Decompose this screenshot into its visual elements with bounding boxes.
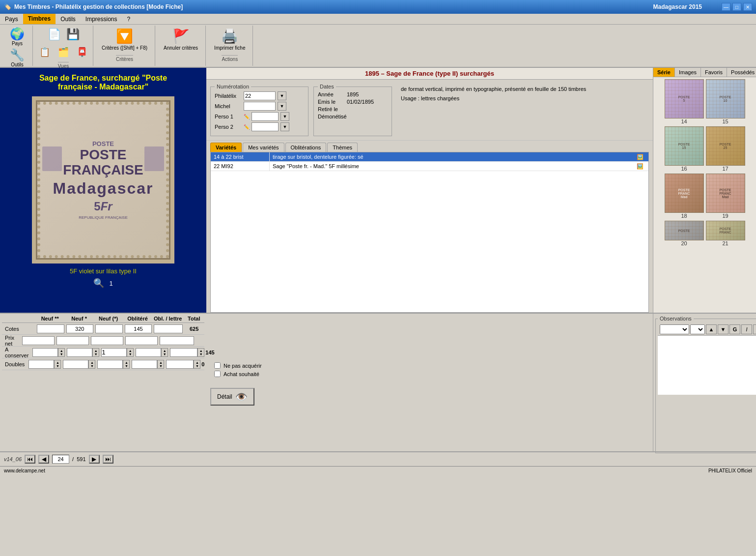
- right-tab-favoris[interactable]: Favoris: [701, 68, 727, 77]
- stamp-zoom-row: 🔍 1: [93, 278, 112, 289]
- obs-bold-btn[interactable]: G: [729, 324, 740, 334]
- annuler-button[interactable]: 🚩 Annuler critères: [160, 27, 201, 52]
- new-button[interactable]: 📄: [45, 27, 63, 42]
- menu-outils[interactable]: Outils: [56, 14, 81, 24]
- stamp-image[interactable]: POSTE POSTEFRANÇAISE Madagascar 5Fr REPU…: [32, 96, 174, 263]
- demonetise-row: Démonétisé: [318, 114, 388, 119]
- spin-aconserver-neuf2[interactable]: ▲▼: [58, 348, 65, 357]
- spin-doubles-oblitere[interactable]: ▲▼: [157, 360, 164, 369]
- maximize-button[interactable]: □: [732, 3, 741, 11]
- doubles-total: 0: [201, 361, 204, 367]
- obs-size-select[interactable]: [690, 324, 705, 334]
- menu-impressions[interactable]: Impressions: [81, 14, 122, 24]
- minimize-button[interactable]: —: [722, 3, 730, 11]
- aconserver-obl-lettre[interactable]: [170, 348, 197, 357]
- doubles-neuf0[interactable]: [97, 360, 123, 369]
- timbres-button[interactable]: 🔧 Outils: [5, 48, 29, 69]
- spin-aconserver-obl-lettre[interactable]: ▲▼: [197, 348, 204, 357]
- doubles-neuf2[interactable]: [28, 360, 54, 369]
- perso1-dropdown[interactable]: ▼: [280, 112, 289, 121]
- spin-doubles-neuf1[interactable]: ▲▼: [88, 360, 95, 369]
- achat-souhaite-checkbox[interactable]: [214, 371, 221, 377]
- dates-group: Dates Année 1895 Emis le 01/02/1895 Reti…: [313, 84, 392, 136]
- prixnet-oblitere[interactable]: [125, 336, 158, 345]
- spin-doubles-obl-lettre[interactable]: ▲▼: [194, 360, 200, 369]
- variety-row-0[interactable]: 14 à 22 brist tirage sur bristol, dentel…: [211, 152, 648, 162]
- icon5-button[interactable]: 📮: [73, 45, 91, 59]
- icon4-button[interactable]: 🗂️: [55, 45, 72, 59]
- tab-mes-varietes[interactable]: Mes variétés: [243, 143, 284, 152]
- perso2-input[interactable]: [252, 122, 279, 131]
- prixnet-neuf1[interactable]: [56, 336, 89, 345]
- right-tab-serie[interactable]: Série: [653, 68, 675, 77]
- thumb-21[interactable]: POSTEFRANC 21: [706, 221, 745, 246]
- detail-button[interactable]: Détail 👁️: [210, 388, 254, 406]
- nav-first-button[interactable]: ⏮: [25, 455, 35, 464]
- nav-last-button[interactable]: ⏭: [103, 455, 113, 464]
- obs-increase-btn[interactable]: ▲: [706, 324, 717, 334]
- nav-prev-button[interactable]: ◀: [38, 455, 49, 464]
- doubles-oblitere[interactable]: [132, 360, 157, 369]
- spin-aconserver-neuf1[interactable]: ▲▼: [92, 348, 99, 357]
- print-button[interactable]: 🖨️ Imprimer fiche: [211, 27, 249, 52]
- tab-themes[interactable]: Thèmes: [327, 143, 358, 152]
- doubles-obl-lettre[interactable]: [166, 360, 194, 369]
- spin-doubles-neuf2[interactable]: ▲▼: [54, 360, 61, 369]
- perso1-input[interactable]: [252, 112, 279, 121]
- philatelix-dropdown[interactable]: ▼: [278, 91, 286, 100]
- icon3-button[interactable]: 📋: [36, 45, 54, 59]
- thumb-num-17: 17: [722, 166, 728, 172]
- thumb-18[interactable]: POSTEFRANCMad 18: [665, 174, 704, 219]
- obs-underline-btn[interactable]: S: [753, 324, 756, 334]
- obs-font-select[interactable]: [660, 324, 689, 334]
- obs-italic-btn[interactable]: I: [741, 324, 752, 334]
- thumb-16[interactable]: POSTE15 16: [665, 126, 704, 172]
- tab-obliterations[interactable]: Oblitérations: [285, 143, 327, 152]
- aconserver-neuf0[interactable]: [101, 348, 127, 357]
- nav-page-input[interactable]: [52, 455, 69, 464]
- app-logo-icon: 🏷️: [4, 3, 11, 10]
- obs-decrease-btn[interactable]: ▼: [718, 324, 728, 334]
- thumb-14[interactable]: POSTE5 14: [665, 79, 704, 124]
- nav-next-button[interactable]: ▶: [89, 455, 100, 464]
- perso2-label: Perso 2: [215, 124, 242, 130]
- zoom-icon[interactable]: 🔍: [93, 278, 104, 289]
- variety-row-1[interactable]: 22 MI92 Sage "Poste fr. - Mad." 5F millé…: [211, 162, 648, 171]
- ne-pas-acquerir-checkbox[interactable]: [214, 362, 221, 369]
- doubles-neuf1[interactable]: [63, 360, 88, 369]
- michel-input[interactable]: [244, 102, 276, 111]
- close-button[interactable]: ✕: [743, 3, 752, 11]
- right-tab-possedes[interactable]: Possédés: [727, 68, 756, 77]
- spin-aconserver-neuf0[interactable]: ▲▼: [127, 348, 134, 357]
- spin-aconserver-oblitere[interactable]: ▲▼: [161, 348, 168, 357]
- thumb-15[interactable]: POSTE10 15: [706, 79, 745, 124]
- michel-dropdown[interactable]: ▼: [278, 102, 286, 111]
- spin-doubles-neuf0[interactable]: ▲▼: [123, 360, 130, 369]
- menu-pays[interactable]: Pays: [0, 14, 23, 24]
- pays-button[interactable]: 🌍 Pays: [5, 27, 29, 48]
- thumb-row-1: POSTE15 16 POSTE25 17: [665, 126, 745, 172]
- thumb-19[interactable]: POSTEFRANCMad 19: [706, 174, 745, 219]
- menu-timbres[interactable]: Timbres: [23, 14, 56, 24]
- thumb-20[interactable]: POSTE 20: [665, 221, 704, 246]
- aconserver-neuf2[interactable]: [32, 348, 58, 357]
- prixnet-neuf2[interactable]: [22, 336, 55, 345]
- thumb-17[interactable]: POSTE25 17: [706, 126, 745, 172]
- save-button[interactable]: 💾: [64, 27, 82, 42]
- prixnet-neuf0[interactable]: [91, 336, 123, 345]
- aconserver-neuf1[interactable]: [67, 348, 92, 357]
- series-title: 1895 – Sage de France (type II) surcharg…: [206, 68, 653, 80]
- perso2-edit-icon[interactable]: ✏️: [244, 124, 250, 130]
- perso2-dropdown[interactable]: ▼: [280, 122, 289, 131]
- criteria-button[interactable]: 🔽 Critères ([Shift] + F8): [98, 27, 151, 52]
- philatelix-row: Philatélix ▼: [215, 91, 304, 100]
- philatelix-input[interactable]: [244, 91, 276, 100]
- perso1-edit-icon[interactable]: ✏️: [244, 114, 250, 119]
- numerotation-group: Numérotation Philatélix ▼ Michel ▼ Perso…: [210, 84, 308, 136]
- right-tab-images[interactable]: Images: [675, 68, 701, 77]
- tab-varietes[interactable]: Variétés: [210, 143, 242, 152]
- aconserver-oblitere[interactable]: [136, 348, 161, 357]
- menu-help[interactable]: ?: [122, 14, 136, 24]
- prixnet-obl-lettre[interactable]: [160, 336, 194, 345]
- observations-textarea[interactable]: [658, 336, 756, 395]
